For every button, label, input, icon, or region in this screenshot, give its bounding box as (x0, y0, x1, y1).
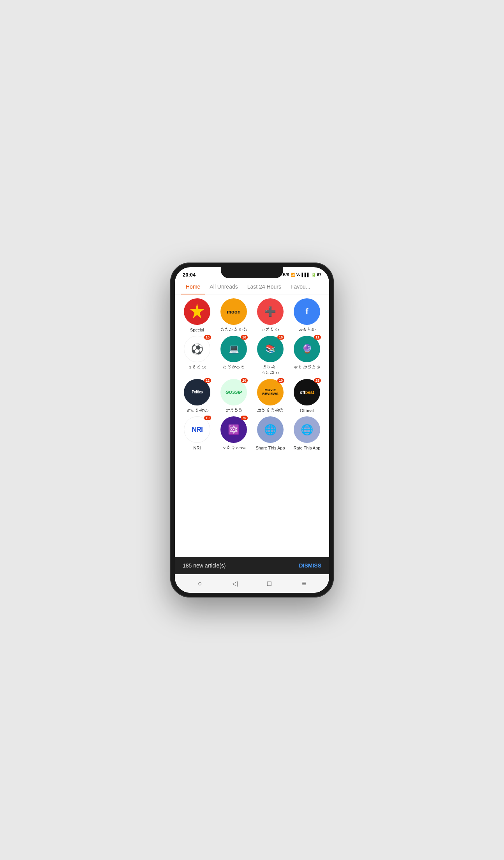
icon-wrap-nri: NRI 10 (184, 416, 210, 443)
nav-home-button[interactable]: ○ (196, 579, 205, 588)
nav-back-button[interactable]: ◁ (230, 579, 240, 588)
icon-wrap-rate: 🌐 (294, 416, 320, 443)
label-health: ఆరోగ్యం (261, 327, 279, 333)
tab-home[interactable]: Home (181, 280, 205, 294)
list-item[interactable]: offbeat 25 Offbeat (291, 379, 322, 413)
icon-sports: ⚽ (184, 336, 210, 362)
tab-last24[interactable]: Last 24 Hours (243, 280, 286, 294)
badge-nri: 10 (204, 416, 211, 420)
label-gossip: గాసిప్స్ (225, 408, 243, 413)
icon-wrap-cinema: moon (220, 298, 247, 325)
notification-text: 185 new article(s) (183, 562, 226, 569)
icon-wrap-sports: ⚽ 10 (184, 336, 210, 362)
icon-wrap-gossip: GOSSIP 20 (220, 379, 247, 405)
list-item[interactable]: 🌐 Rate This App (291, 416, 322, 451)
svg-marker-0 (189, 303, 205, 319)
badge-gossip: 20 (241, 378, 248, 383)
label-politics: రాజకీయాలు (186, 408, 208, 413)
icon-rate: 🌐 (294, 416, 320, 443)
label-tech: టెక్నాలజీ (223, 365, 245, 370)
badge-sports: 10 (204, 335, 211, 340)
nav-bar: ○ ◁ □ ≡ (175, 574, 329, 593)
volte-icon: Vo (296, 273, 301, 277)
icon-wrap-business: f (294, 298, 320, 325)
icon-wrap-education: 📚 10 (257, 336, 284, 362)
list-item[interactable]: ➕ ఆరోగ్యం (255, 298, 286, 333)
label-special: Special (190, 327, 204, 333)
label-nri: NRI (194, 445, 201, 451)
category-row-1: Special moon సినిమా న్యూస్ ➕ (179, 298, 325, 333)
badge-movies: 10 (277, 378, 284, 383)
list-item[interactable]: 🌐 Share This App (255, 416, 286, 451)
list-item[interactable]: Special (182, 298, 213, 333)
icon-gossip: GOSSIP (220, 379, 247, 405)
icon-cinema: moon (220, 298, 247, 325)
list-item[interactable]: NRI 10 NRI (182, 416, 213, 451)
label-rate: Rate This App (294, 445, 321, 451)
category-row-3: Politics 22 రాజకీయాలు GOSSIP 20 గాసిప్స్ (179, 379, 325, 413)
badge-spiritual: 11 (314, 335, 321, 340)
list-item[interactable]: 🔮 11 ఆధ్యాత్మికం (291, 336, 322, 376)
category-row-2: ⚽ 10 క్రీడలు 💻 10 టెక్నాలజీ (179, 336, 325, 376)
label-education: విద్య - ఉద్యోగం (255, 365, 286, 376)
list-item[interactable]: MOVIEREVIEWS 10 మూవీ రివ్యూస్ (255, 379, 286, 413)
list-item[interactable]: moon సినిమా న్యూస్ (218, 298, 249, 333)
badge-tech: 10 (241, 335, 248, 340)
label-spiritual: ఆధ్యాత్మికం (294, 365, 320, 370)
list-item[interactable]: 💻 10 టెక్నాలజీ (218, 336, 249, 376)
icon-share: 🌐 (257, 416, 284, 443)
icon-politics: Politics (184, 379, 210, 405)
notification-bar: 185 new article(s) DISMISS (175, 557, 329, 574)
dismiss-button[interactable]: DISMISS (299, 562, 321, 569)
label-offbeat: Offbeat (300, 408, 314, 413)
icon-wrap-offbeat: offbeat 25 (294, 379, 320, 405)
label-cinema: సినిమా న్యూస్ (220, 327, 247, 333)
icon-wrap-spiritual: 🔮 11 (294, 336, 320, 362)
phone-screen: 20:04 ⬇ 0.14 KB/S 📶 Vo ▌▌▌ 🔋 67 Home All… (175, 267, 329, 593)
list-item[interactable]: Politics 22 రాజకీయాలు (182, 379, 213, 413)
label-movies: మూవీ రివ్యూస్ (257, 408, 284, 413)
label-share: Share This App (256, 445, 285, 451)
icon-tech: 💻 (220, 336, 247, 362)
badge-rashi: 75 (241, 416, 248, 420)
category-row-4: NRI 10 NRI 🔯 75 రాశి ఫలాలు (179, 416, 325, 451)
list-item[interactable]: 🔯 75 రాశి ఫలాలు (218, 416, 249, 451)
badge-politics: 22 (204, 378, 211, 383)
tab-all-unreads[interactable]: All Unreads (205, 280, 242, 294)
icon-rashi: 🔯 (220, 416, 247, 443)
icon-wrap-share: 🌐 (257, 416, 284, 443)
icon-offbeat: offbeat (294, 379, 320, 405)
icon-wrap-tech: 💻 10 (220, 336, 247, 362)
status-time: 20:04 (183, 272, 196, 278)
list-item[interactable]: 📚 10 విద్య - ఉద్యోగం (255, 336, 286, 376)
phone-frame: 20:04 ⬇ 0.14 KB/S 📶 Vo ▌▌▌ 🔋 67 Home All… (170, 263, 334, 597)
wifi-icon: 📶 (291, 273, 295, 277)
badge-offbeat: 25 (314, 378, 321, 383)
icon-movies: MOVIEREVIEWS (257, 379, 284, 405)
nav-menu-button[interactable]: ≡ (300, 579, 309, 588)
list-item[interactable]: GOSSIP 20 గాసిప్స్ (218, 379, 249, 413)
icon-wrap-special (184, 298, 210, 325)
icon-wrap-movies: MOVIEREVIEWS 10 (257, 379, 284, 405)
label-rashi: రాశి ఫలాలు (222, 445, 245, 451)
badge-education: 10 (277, 335, 284, 340)
list-item[interactable]: ⚽ 10 క్రీడలు (182, 336, 213, 376)
icon-wrap-health: ➕ (257, 298, 284, 325)
nav-recent-button[interactable]: □ (265, 579, 274, 588)
icon-business: f (294, 298, 320, 325)
notch (221, 267, 283, 278)
label-business: వాణిజ్యం (298, 327, 316, 333)
icon-wrap-politics: Politics 22 (184, 379, 210, 405)
icon-special (184, 298, 210, 325)
list-item[interactable]: f వాణిజ్యం (291, 298, 322, 333)
battery-icon: 🔋 (311, 273, 316, 277)
battery-level: 67 (317, 273, 321, 277)
icon-nri: NRI (184, 416, 210, 443)
icon-wrap-rashi: 🔯 75 (220, 416, 247, 443)
content-area: Special moon సినిమా న్యూస్ ➕ (175, 294, 329, 557)
tab-favourites[interactable]: Favou... (286, 280, 315, 294)
signal-bars: ▌▌▌ (302, 273, 310, 277)
icon-education: 📚 (257, 336, 284, 362)
tabs-bar: Home All Unreads Last 24 Hours Favou... (175, 280, 329, 294)
icon-spiritual: 🔮 (294, 336, 320, 362)
